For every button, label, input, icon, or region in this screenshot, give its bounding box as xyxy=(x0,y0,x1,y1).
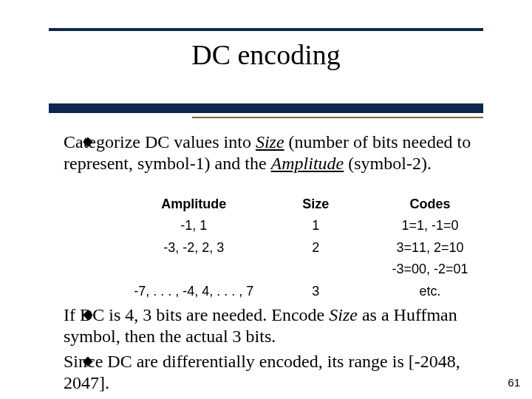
cell-codes: -3=00, -2=01 xyxy=(358,258,502,278)
cell-codes: etc. xyxy=(358,280,502,300)
bullet-icon: ◆ xyxy=(83,134,93,150)
bullet-1-text: Categorize DC values into Size (number o… xyxy=(64,132,502,175)
th-codes: Codes xyxy=(358,196,502,213)
th-amplitude: Amplitude xyxy=(114,196,274,213)
bullet-3-text: Since DC are differentially encoded, its… xyxy=(64,351,502,395)
slide-title: DC encoding xyxy=(0,38,532,71)
table-row: -7, . . . , -4, 4, . . . , 73etc. xyxy=(114,280,502,300)
cell-amplitude: -3, -2, 2, 3 xyxy=(114,236,274,256)
bullet-icon: ◆ xyxy=(83,353,93,369)
table-row: -1, 111=1, -1=0 xyxy=(114,214,502,234)
encoding-table: Amplitude Size Codes -1, 111=1, -1=0-3, … xyxy=(112,194,504,301)
bullet-2-text: If DC is 4, 3 bits are needed. Encode Si… xyxy=(64,304,502,348)
th-size: Size xyxy=(276,196,356,213)
cell-amplitude: -7, . . . , -4, 4, . . . , 7 xyxy=(114,280,274,300)
bullet-3: ◆ Since DC are differentially encoded, i… xyxy=(41,351,502,395)
table-row: -3, -2, 2, 323=11, 2=10 xyxy=(114,236,502,256)
cell-amplitude: -1, 1 xyxy=(114,214,274,234)
bullet-1: ◆ Categorize DC values into Size (number… xyxy=(41,132,502,175)
mid-rule-thin xyxy=(192,117,483,118)
bullet-2-pre: If DC is 4, 3 bits are needed. Encode xyxy=(64,305,329,324)
size-word: Size xyxy=(256,132,284,151)
bullet-2: ◆ If DC is 4, 3 bits are needed. Encode … xyxy=(41,304,502,348)
top-rule xyxy=(49,28,483,31)
bullet-icon: ◆ xyxy=(83,307,93,323)
amplitude-word: Amplitude xyxy=(271,154,344,173)
mid-rule-thick xyxy=(49,103,483,113)
bullet-1-mid2: (symbol-2). xyxy=(344,154,432,173)
cell-size: 3 xyxy=(276,280,356,300)
table-row: -3=00, -2=01 xyxy=(114,258,502,278)
cell-codes: 1=1, -1=0 xyxy=(358,214,502,234)
cell-size: 1 xyxy=(276,214,356,234)
page-number: 61 xyxy=(508,376,520,389)
cell-size: 2 xyxy=(276,236,356,256)
cell-amplitude xyxy=(114,258,274,278)
cell-codes: 3=11, 2=10 xyxy=(358,236,502,256)
size-word-2: Size xyxy=(329,305,358,324)
cell-size xyxy=(276,258,356,278)
